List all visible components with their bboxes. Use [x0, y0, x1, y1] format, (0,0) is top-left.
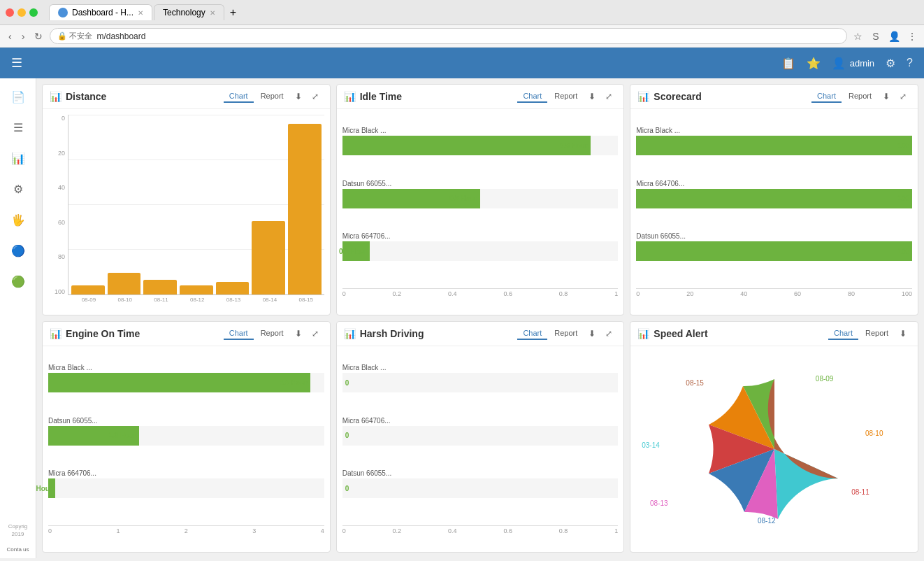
- distance-download-icon[interactable]: ⬇: [291, 89, 306, 104]
- harsh-label-3: Datsun 66055...: [342, 469, 405, 477]
- account-icon[interactable]: 👤: [888, 30, 900, 43]
- sidebar-item-circle1[interactable]: 🔵: [4, 238, 32, 263]
- score-value-1: 100: [897, 142, 909, 150]
- more-icon[interactable]: ⋮: [906, 30, 918, 43]
- settings-icon[interactable]: ⚙: [886, 57, 895, 70]
- distance-bars-container: [68, 115, 324, 295]
- close-dot[interactable]: [6, 8, 14, 17]
- engine-row-3: Micra 664706... 0.1 Hour: [48, 469, 324, 498]
- speed-alert-pie: 08-09 08-10 08-11 08-12 08-13 03-14 08-1…: [636, 352, 912, 546]
- harsh-driving-report-tab[interactable]: Report: [549, 327, 583, 340]
- score-bar-wrapper-2: 100: [636, 189, 912, 208]
- engine-label-3: Micra 664706...: [48, 469, 111, 477]
- profile-icon[interactable]: S: [869, 30, 882, 43]
- idle-bar-wrapper-3: 0.1 Hour: [342, 241, 619, 261]
- harsh-label-1: Micra Black ...: [342, 364, 405, 371]
- tab-technology-close-icon[interactable]: ✕: [210, 9, 215, 17]
- harsh-row-1: Micra Black ... 0: [342, 364, 619, 392]
- sidebar-contact[interactable]: Conta us: [6, 546, 29, 553]
- add-tab-button[interactable]: +: [226, 5, 240, 20]
- sidebar-copyright: Copyrig 2019: [0, 520, 36, 541]
- tab-technology[interactable]: Technology ✕: [154, 4, 224, 20]
- engine-expand-icon[interactable]: ⤢: [308, 326, 323, 341]
- sidebar-item-hand[interactable]: 🖐: [4, 207, 32, 232]
- engine-chart-body: Micra Black ... 3.8 Hour Datsun 66055...: [43, 346, 330, 552]
- harsh-driving-download-icon[interactable]: ⬇: [584, 326, 600, 341]
- idle-time-download-icon[interactable]: ⬇: [584, 89, 600, 104]
- distance-expand-icon[interactable]: ⤢: [308, 89, 323, 104]
- harsh-label-2: Micra 664706...: [342, 417, 405, 425]
- maximize-dot[interactable]: [29, 8, 38, 17]
- speed-alert-card: 📊 Speed Alert Chart Report ⬇: [630, 321, 918, 553]
- score-fill-2: 100: [636, 189, 912, 208]
- score-track-2: 100: [636, 189, 912, 208]
- minimize-dot[interactable]: [17, 8, 26, 17]
- copy-icon[interactable]: 📋: [781, 57, 795, 70]
- sidebar-item-home[interactable]: 📄: [4, 84, 32, 109]
- engine-chart-tab[interactable]: Chart: [224, 327, 254, 340]
- idle-time-expand-icon[interactable]: ⤢: [601, 89, 616, 104]
- score-bar-wrapper-1: 100: [636, 136, 912, 155]
- distance-v-area: 100 80 60 40 20 0: [48, 115, 324, 295]
- idle-label-1: Micra Black ...: [342, 127, 405, 134]
- browser-nav-icons: ☆ S 👤 ⋮: [851, 30, 918, 43]
- back-button[interactable]: ‹: [6, 29, 15, 43]
- idle-fill-2: 0.5 Hour: [342, 189, 480, 208]
- speed-alert-download-icon[interactable]: ⬇: [895, 326, 911, 341]
- engine-chart: Micra Black ... 3.8 Hour Datsun 66055...: [48, 352, 324, 546]
- speed-alert-chart-tab[interactable]: Chart: [828, 327, 858, 340]
- username-label: admin: [850, 58, 874, 69]
- bar-08-10: [108, 273, 141, 294]
- engine-label-2: Datsun 66055...: [48, 417, 111, 425]
- idle-time-icon: 📊: [344, 91, 356, 102]
- harsh-track-3: 0: [342, 478, 619, 498]
- help-icon[interactable]: ?: [907, 57, 913, 69]
- idle-time-chart-tab[interactable]: Chart: [517, 90, 547, 103]
- sidebar-item-settings[interactable]: ⚙: [4, 176, 32, 201]
- idle-track-1: 0.9 Hour: [342, 136, 619, 155]
- sidebar-item-circle2[interactable]: 🟢: [4, 269, 32, 294]
- harsh-bar-wrapper-3: 0: [342, 478, 619, 498]
- refresh-button[interactable]: ↻: [31, 29, 45, 43]
- engine-download-icon[interactable]: ⬇: [291, 326, 306, 341]
- distance-card-header: 📊 Distance Chart Report ⬇ ⤢: [43, 85, 330, 109]
- scorecard-download-icon[interactable]: ⬇: [879, 89, 894, 104]
- harsh-driving-chart-tab[interactable]: Chart: [517, 327, 547, 340]
- scorecard-chart-tab[interactable]: Chart: [811, 90, 842, 103]
- distance-chart-tab[interactable]: Chart: [224, 90, 254, 103]
- scorecard-report-tab[interactable]: Report: [843, 90, 877, 103]
- hamburger-icon[interactable]: ☰: [11, 55, 22, 71]
- forward-button[interactable]: ›: [19, 29, 28, 43]
- harsh-driving-label: Harsh Driving: [360, 328, 424, 339]
- bar-08-15: [288, 124, 322, 294]
- pie-label-0811: 08-11: [851, 488, 869, 496]
- browser-chrome: Dashboard - H... ✕ Technology ✕ +: [0, 0, 924, 25]
- speed-alert-report-tab[interactable]: Report: [860, 327, 894, 340]
- harsh-driving-expand-icon[interactable]: ⤢: [601, 326, 616, 341]
- idle-time-report-tab[interactable]: Report: [549, 90, 583, 103]
- harsh-value-3: 0: [345, 485, 349, 492]
- harsh-value-1: 0: [345, 379, 349, 387]
- engine-track-1: 3.8 Hour: [48, 373, 324, 392]
- sidebar-item-chart[interactable]: 📊: [4, 145, 32, 171]
- tab-dashboard[interactable]: Dashboard - H... ✕: [49, 4, 152, 20]
- engine-x-axis: 0 1 2 3 4: [48, 525, 324, 534]
- sidebar-item-list[interactable]: ☰: [4, 115, 32, 140]
- engine-report-tab[interactable]: Report: [255, 327, 289, 340]
- harsh-driving-header: 📊 Harsh Driving Chart Report ⬇ ⤢: [337, 322, 624, 346]
- speed-alert-actions: Chart Report ⬇: [828, 326, 911, 341]
- tab-technology-label: Technology: [163, 8, 205, 17]
- scorecard-title: 📊 Scorecard: [637, 91, 701, 102]
- harsh-bar-wrapper-2: 0: [342, 426, 619, 446]
- tab-close-icon[interactable]: ✕: [138, 9, 143, 17]
- score-x-axis: 0 20 40 60 80 100: [636, 288, 912, 297]
- distance-report-tab[interactable]: Report: [255, 90, 289, 103]
- scorecard-expand-icon[interactable]: ⤢: [895, 89, 911, 104]
- address-bar[interactable]: 🔒 不安全 m/dashboard: [50, 28, 847, 44]
- score-value-2: 100: [897, 194, 909, 202]
- idle-track-3: 0.1 Hour: [342, 241, 619, 261]
- star-icon[interactable]: ⭐: [807, 57, 821, 70]
- score-label-1: Micra Black ...: [636, 127, 699, 134]
- bookmark-icon[interactable]: ☆: [851, 30, 864, 43]
- distance-card: 📊 Distance Chart Report ⬇ ⤢ 100 80: [42, 84, 331, 315]
